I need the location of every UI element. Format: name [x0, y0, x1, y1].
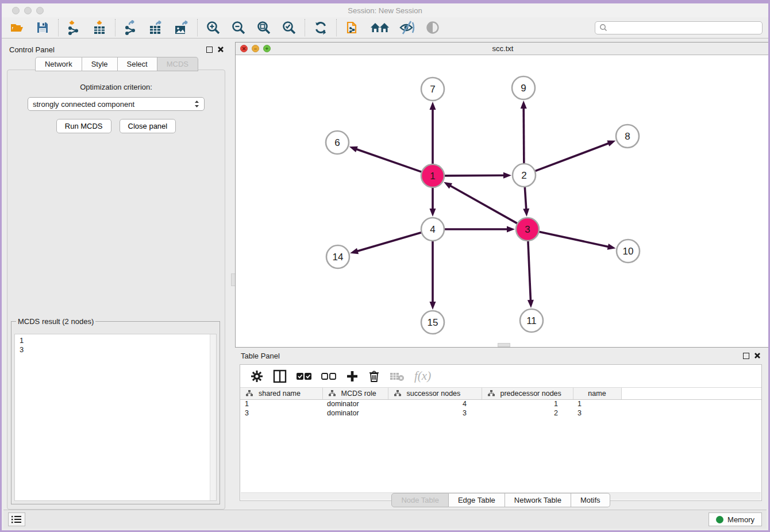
column-header-name[interactable]: name	[573, 388, 621, 399]
graph-node-label: 9	[521, 83, 526, 94]
result-scrollbar[interactable]	[210, 334, 216, 500]
export-network-icon[interactable]	[122, 19, 140, 36]
show-panels-icon	[424, 19, 441, 36]
tab-style[interactable]: Style	[82, 57, 118, 71]
tab-network-table[interactable]: Network Table	[505, 493, 571, 507]
optimization-criterion-label: Optimization criterion:	[7, 83, 225, 91]
mcds-panel: Optimization criterion: strongly connect…	[7, 70, 225, 510]
edge-arrowhead	[523, 209, 529, 217]
table-row[interactable]: 3dominator323	[240, 408, 761, 418]
gear-icon[interactable]	[251, 370, 263, 383]
zoom-in-icon[interactable]	[205, 19, 222, 36]
mcds-result-item[interactable]: 3	[20, 345, 216, 354]
table-cell[interactable]: 3	[573, 408, 621, 418]
table-cell[interactable]: 3	[388, 408, 482, 418]
graph-edge-2-8[interactable]	[535, 143, 609, 171]
graph-edge-3-1[interactable]	[450, 186, 518, 223]
open-file-icon[interactable]	[9, 19, 26, 36]
edge-arrowhead	[430, 209, 436, 217]
graph-edge-3-10[interactable]	[539, 232, 609, 247]
table-cell[interactable]: 1	[573, 399, 621, 408]
close-panel-icon[interactable]	[217, 46, 224, 53]
add-icon[interactable]	[346, 370, 359, 383]
node-table-container: f(x) shared name MCDS role successor nod…	[240, 364, 762, 501]
zoom-selected-icon[interactable]	[280, 19, 298, 36]
memory-button[interactable]: Memory	[709, 512, 762, 526]
column-header-shared-name[interactable]: shared name	[240, 388, 322, 399]
graph-edge-2-3[interactable]	[525, 187, 526, 210]
task-history-icon[interactable]	[8, 512, 25, 526]
refresh-icon[interactable]	[312, 19, 329, 36]
network-canvas[interactable]: 7968124314101511	[236, 56, 770, 347]
edge-arrowhead	[507, 226, 515, 233]
delete-table-icon	[390, 371, 405, 381]
graph-edge-1-6[interactable]	[356, 149, 422, 172]
close-panel-button[interactable]: Close panel	[120, 119, 176, 133]
tab-edge-table[interactable]: Edge Table	[449, 493, 505, 507]
close-table-panel-icon[interactable]	[754, 352, 761, 359]
table-cell[interactable]: dominator	[322, 399, 388, 408]
graph-edge-1-2[interactable]	[444, 175, 505, 176]
table-cell[interactable]: 1	[482, 399, 573, 408]
table-cell[interactable]: 3	[240, 408, 322, 418]
table-cell[interactable]: 1	[240, 399, 322, 408]
window-title: Session: New Session	[2, 6, 768, 15]
graph-edge-3-11[interactable]	[528, 241, 531, 301]
table-cell[interactable]: 4	[388, 399, 482, 408]
export-image-icon[interactable]	[173, 19, 190, 36]
edge-arrowhead	[607, 244, 616, 250]
select-all-icon[interactable]	[297, 372, 311, 380]
graph-node-label: 6	[334, 137, 340, 148]
optimization-criterion-select[interactable]: strongly connected component	[28, 97, 205, 111]
control-panel: Control Panel Network Style Select MCDS …	[3, 42, 230, 512]
table-panel: Table Panel	[235, 348, 767, 510]
edge-arrowhead	[503, 172, 511, 179]
run-mcds-button[interactable]: Run MCDS	[56, 119, 111, 133]
import-network-icon[interactable]	[66, 19, 83, 36]
graph-node-label: 3	[525, 224, 530, 235]
optimization-criterion-value: strongly connected component	[33, 100, 134, 109]
graph-node-label: 7	[430, 84, 435, 95]
network-graph[interactable]: 7968124314101511	[236, 56, 770, 348]
save-session-icon[interactable]	[34, 19, 51, 36]
graph-node-label: 8	[625, 131, 630, 142]
export-table-icon[interactable]	[148, 19, 165, 36]
tab-motifs[interactable]: Motifs	[571, 493, 610, 507]
deselect-all-icon[interactable]	[321, 372, 336, 380]
float-table-panel-icon[interactable]	[743, 353, 749, 359]
graph-node-label: 14	[333, 252, 344, 263]
mcds-result-fieldset: MCDS result (2 nodes) 13	[11, 317, 220, 504]
hide-panels-icon[interactable]	[399, 19, 416, 36]
import-table-icon[interactable]	[91, 19, 108, 36]
column-header-mcds-role[interactable]: MCDS role	[322, 388, 388, 399]
edge-arrowhead	[430, 302, 436, 310]
tab-select[interactable]: Select	[118, 57, 157, 71]
search-input[interactable]	[608, 24, 759, 32]
graph-node-label: 4	[430, 224, 435, 235]
table-row[interactable]: 1dominator411	[240, 399, 761, 408]
combo-stepper-icon	[194, 100, 199, 108]
delete-icon[interactable]	[368, 370, 380, 383]
tab-network[interactable]: Network	[35, 57, 82, 71]
mcds-result-item[interactable]: 1	[20, 336, 216, 345]
search-field[interactable]	[595, 21, 763, 34]
mcds-result-list[interactable]: 13	[14, 334, 217, 501]
column-view-icon[interactable]	[273, 369, 287, 383]
network-file-icon[interactable]	[344, 19, 361, 36]
zoom-out-icon[interactable]	[230, 19, 247, 36]
graph-edge-2-9[interactable]	[523, 107, 524, 164]
memory-status-icon	[716, 516, 723, 523]
tab-mcds[interactable]: MCDS	[157, 57, 198, 71]
horizontal-splitter-handle[interactable]	[498, 343, 510, 347]
home-icon[interactable]	[369, 19, 391, 36]
table-cell[interactable]: 2	[482, 408, 573, 418]
column-header-predecessor-nodes[interactable]: predecessor nodes	[482, 388, 573, 399]
graph-node-label: 2	[521, 170, 526, 181]
graph-edge-4-14[interactable]	[357, 233, 422, 252]
table-cell[interactable]: dominator	[322, 408, 388, 418]
tab-node-table[interactable]: Node Table	[391, 493, 449, 507]
network-view-window: ✕ − + scc.txt 7968124314101511	[235, 42, 770, 348]
float-panel-icon[interactable]	[206, 47, 213, 53]
zoom-fit-icon[interactable]	[255, 19, 272, 36]
column-header-successor-nodes[interactable]: successor nodes	[388, 388, 482, 399]
